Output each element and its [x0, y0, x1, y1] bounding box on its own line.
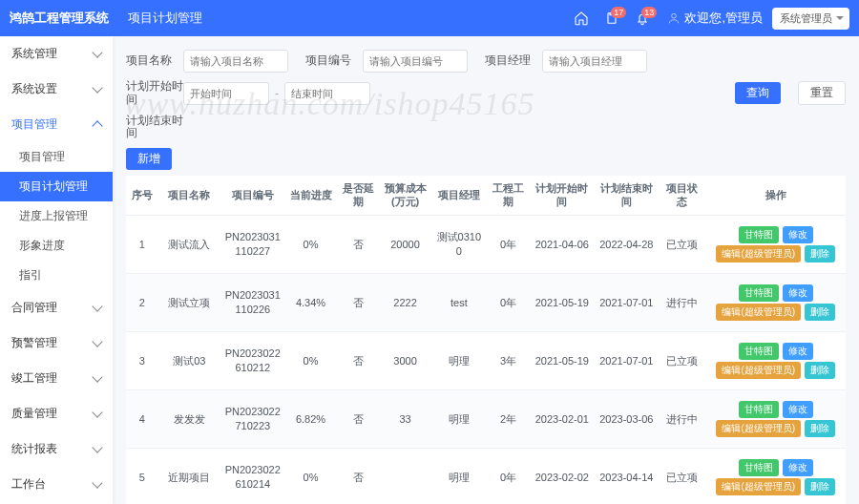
table-header-cell: 项目状态	[659, 176, 706, 215]
welcome-label: 欢迎您,管理员	[667, 10, 763, 27]
table-cell: PN2023031110226	[220, 273, 285, 331]
op-delete[interactable]: 删除	[805, 304, 835, 321]
filter-start-input[interactable]	[183, 82, 269, 105]
table-cell: 0年	[487, 215, 530, 273]
table-ops-cell: 甘特图修改编辑(超级管理员)删除	[706, 331, 846, 389]
op-edit[interactable]: 修改	[783, 343, 813, 360]
filter-start-label: 计划开始时间	[126, 80, 183, 107]
table-cell: 5	[126, 448, 158, 504]
sidebar-item[interactable]: 项目计划管理	[0, 172, 113, 201]
filter-name-label: 项目名称	[126, 54, 183, 68]
reset-button[interactable]: 重置	[798, 81, 846, 105]
filter-start-input-2[interactable]	[284, 82, 370, 105]
table-cell: 否	[337, 331, 380, 389]
op-delete[interactable]: 删除	[805, 478, 835, 495]
sidebar-group[interactable]: 统计报表	[0, 431, 113, 467]
app-header: 鸿鹄工程管理系统 项目计划管理 17 13 欢迎您,管理员 系统管理员	[0, 0, 859, 36]
op-gantt[interactable]: 甘特图	[739, 459, 779, 476]
op-edit[interactable]: 修改	[783, 226, 813, 243]
op-delete[interactable]: 删除	[805, 362, 835, 379]
table-cell: 发发发	[158, 389, 220, 448]
op-edit-admin[interactable]: 编辑(超级管理员)	[716, 478, 801, 495]
sidebar-group[interactable]: 系统设置	[0, 72, 113, 107]
sidebar-item[interactable]: 项目管理	[0, 142, 113, 172]
op-edit-admin[interactable]: 编辑(超级管理员)	[716, 362, 801, 379]
table-row: 2测试立项PN20230311102264.34%否2222test0年2021…	[126, 273, 846, 331]
chevron-down-icon	[92, 371, 102, 382]
table-row: 1测试流入PN20230311102270%否20000测试031000年202…	[126, 215, 846, 273]
table-cell: 明理	[431, 331, 488, 389]
table-cell: 已立项	[659, 331, 706, 389]
op-delete[interactable]: 删除	[805, 245, 835, 262]
filter-end-label: 计划结束时间	[126, 115, 183, 141]
filter-manager-input[interactable]	[542, 50, 647, 73]
op-gantt[interactable]: 甘特图	[739, 343, 779, 360]
table-ops-cell: 甘特图修改编辑(超级管理员)删除	[706, 389, 846, 448]
op-edit-admin[interactable]: 编辑(超级管理员)	[716, 245, 801, 262]
table-cell: 3年	[487, 331, 530, 389]
sidebar-group[interactable]: 项目管理	[0, 107, 113, 142]
sidebar-group[interactable]: 竣工管理	[0, 361, 113, 396]
sidebar-group[interactable]: 合同管理	[0, 290, 113, 326]
sidebar-group[interactable]: 工作台	[0, 467, 113, 502]
bell-icon[interactable]: 13	[635, 10, 650, 26]
table-cell: 否	[337, 389, 380, 448]
table-cell: 2021-05-19	[530, 331, 595, 389]
add-button[interactable]: 新增	[126, 148, 172, 170]
table-cell: 4.34%	[285, 273, 337, 331]
op-delete[interactable]: 删除	[805, 420, 835, 437]
table-cell: 3	[126, 331, 158, 389]
sidebar-item[interactable]: 进度上报管理	[0, 201, 113, 231]
svg-point-1	[672, 13, 677, 18]
table-header-cell: 预算成本(万元)	[380, 176, 431, 215]
op-edit-admin[interactable]: 编辑(超级管理员)	[716, 420, 801, 437]
table-cell: 进行中	[659, 273, 706, 331]
table-cell: 已立项	[659, 215, 706, 273]
table-cell: 2021-07-01	[595, 331, 660, 389]
op-gantt[interactable]: 甘特图	[739, 284, 779, 302]
op-edit[interactable]: 修改	[783, 284, 813, 302]
header-module-title: 项目计划管理	[128, 10, 202, 27]
table-header-cell: 计划开始时间	[530, 176, 595, 215]
table-cell: 否	[337, 273, 380, 331]
search-button[interactable]: 查询	[735, 82, 781, 104]
table-header-cell: 项目名称	[158, 176, 220, 215]
clipboard-icon[interactable]: 17	[604, 10, 619, 26]
home-icon[interactable]	[574, 10, 589, 26]
table-ops-cell: 甘特图修改编辑(超级管理员)删除	[706, 273, 846, 331]
table-cell: 2023-04-14	[595, 448, 660, 504]
chevron-down-icon	[92, 477, 102, 488]
sidebar-item[interactable]: 形象进度	[0, 231, 113, 261]
filter-code-label: 项目编号	[305, 54, 363, 68]
op-edit[interactable]: 修改	[783, 459, 813, 476]
table-cell: 测试03100	[431, 215, 488, 273]
table-cell: 2021-05-19	[530, 273, 595, 331]
sidebar-group[interactable]: 预警管理	[0, 326, 113, 361]
table-cell: 3000	[380, 331, 431, 389]
sidebar-group[interactable]: 质量管理	[0, 396, 113, 431]
op-gantt[interactable]: 甘特图	[739, 226, 779, 243]
table-cell: 2022-04-28	[595, 215, 660, 273]
sidebar-item[interactable]: 指引	[0, 261, 113, 290]
role-select[interactable]: 系统管理员	[772, 8, 849, 30]
table-cell: 否	[337, 448, 380, 504]
table-cell	[380, 448, 431, 504]
filter-code-input[interactable]	[363, 50, 468, 73]
data-table: 序号项目名称项目编号当前进度是否延期预算成本(万元)项目经理工程工期计划开始时间…	[126, 176, 846, 504]
table-header-cell: 序号	[126, 176, 158, 215]
sidebar-group[interactable]: 系统管理	[0, 36, 113, 72]
table-cell: 2021-04-06	[530, 215, 595, 273]
chevron-down-icon	[92, 407, 102, 417]
op-edit-admin[interactable]: 编辑(超级管理员)	[716, 304, 801, 321]
op-gantt[interactable]: 甘特图	[739, 401, 779, 418]
table-cell: PN2023031110227	[220, 215, 285, 273]
table-cell: 近期项目	[158, 448, 220, 504]
table-cell: 否	[337, 215, 380, 273]
table-cell: 2	[126, 273, 158, 331]
filter-name-input[interactable]	[183, 50, 288, 73]
table-cell: 明理	[431, 389, 488, 448]
table-cell: 测试立项	[158, 273, 220, 331]
filter-manager-label: 项目经理	[485, 54, 542, 68]
op-edit[interactable]: 修改	[783, 401, 813, 418]
table-cell: 2021-07-01	[595, 273, 660, 331]
